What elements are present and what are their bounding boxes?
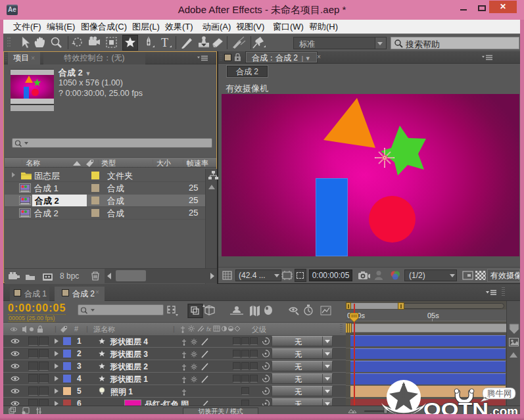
svg-text:腾牛网: 腾牛网 — [487, 389, 512, 398]
svg-text:T: T — [161, 36, 168, 49]
svg-text:fx: fx — [206, 326, 212, 333]
